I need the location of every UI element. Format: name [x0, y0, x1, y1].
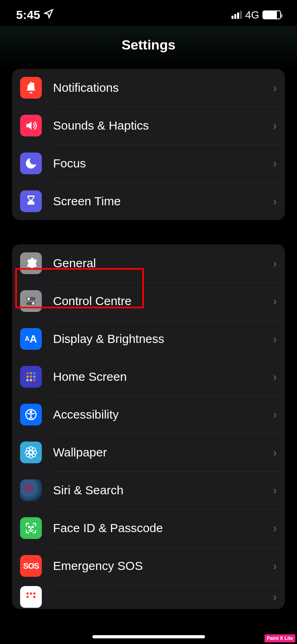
row-homescreen[interactable]: Home Screen › — [12, 358, 285, 396]
svg-point-0 — [32, 83, 35, 85]
page-header: Settings — [0, 26, 297, 69]
row-label: Siri & Search — [53, 483, 273, 497]
row-label: Screen Time — [53, 194, 273, 208]
status-bar: 5:45 4G — [0, 0, 297, 26]
svg-rect-10 — [33, 376, 36, 378]
svg-point-16 — [29, 451, 33, 454]
chevron-right-icon: › — [273, 157, 277, 170]
chevron-right-icon: › — [273, 590, 277, 604]
chevron-right-icon: › — [273, 119, 277, 132]
settings-group-1: Notifications › Sounds & Haptics › Focus… — [12, 69, 285, 220]
home-indicator[interactable] — [92, 635, 205, 638]
row-sos[interactable]: SOS Emergency SOS › — [12, 547, 285, 585]
svg-point-30 — [27, 596, 29, 598]
svg-rect-7 — [33, 372, 36, 375]
chevron-right-icon: › — [273, 408, 277, 421]
row-siri[interactable]: Siri & Search › — [12, 471, 285, 509]
row-label: Sounds & Haptics — [53, 119, 273, 132]
chevron-right-icon: › — [273, 294, 277, 308]
row-sounds[interactable]: Sounds & Haptics › — [12, 107, 285, 144]
hourglass-icon — [20, 190, 42, 212]
sos-icon: SOS — [20, 555, 42, 577]
chevron-right-icon: › — [273, 194, 277, 208]
speaker-icon — [20, 115, 42, 136]
svg-point-15 — [30, 411, 32, 413]
battery-icon — [262, 10, 281, 19]
row-faceid[interactable]: Face ID & Passcode › — [12, 509, 285, 547]
svg-point-31 — [33, 596, 36, 598]
watermark: Paint X Lite — [264, 634, 295, 642]
row-controlcentre[interactable]: Control Centre › — [12, 282, 285, 320]
chevron-right-icon: › — [273, 332, 277, 346]
exposure-icon — [20, 586, 42, 608]
row-display[interactable]: AA Display & Brightness › — [12, 320, 285, 358]
face-icon — [20, 517, 42, 539]
network-type: 4G — [245, 9, 259, 21]
aa-icon: AA — [20, 328, 42, 350]
row-general[interactable]: General › — [12, 244, 285, 282]
svg-point-27 — [27, 592, 29, 595]
row-label: Emergency SOS — [53, 559, 273, 573]
chevron-right-icon: › — [273, 559, 277, 573]
flower-icon — [20, 442, 42, 463]
svg-rect-12 — [30, 379, 32, 382]
row-screentime[interactable]: Screen Time › — [12, 182, 285, 220]
page-title: Settings — [0, 37, 297, 53]
svg-point-4 — [32, 302, 35, 305]
chevron-right-icon: › — [273, 446, 277, 459]
chevron-right-icon: › — [273, 483, 277, 497]
row-label: Control Centre — [53, 294, 273, 308]
chevron-right-icon: › — [273, 521, 277, 535]
location-arrow-icon — [43, 8, 54, 22]
svg-rect-8 — [27, 376, 29, 378]
settings-group-2: General › Control Centre › AA Display & … — [12, 244, 285, 609]
row-accessibility[interactable]: Accessibility › — [12, 396, 285, 433]
row-label: Display & Brightness — [53, 332, 273, 346]
row-label: Accessibility — [53, 408, 273, 421]
chevron-right-icon: › — [273, 256, 277, 270]
apps-icon — [20, 366, 42, 388]
cellular-signal-icon — [231, 11, 242, 19]
row-label: Notifications — [53, 81, 273, 95]
row-label: General — [53, 256, 273, 270]
row-label: Home Screen — [53, 370, 273, 384]
svg-rect-9 — [30, 376, 32, 378]
svg-point-25 — [29, 526, 30, 528]
svg-point-28 — [30, 592, 32, 595]
status-left: 5:45 — [16, 8, 54, 22]
row-label: Focus — [53, 157, 273, 170]
svg-point-2 — [27, 297, 30, 300]
chevron-right-icon: › — [273, 81, 277, 95]
row-label: Face ID & Passcode — [53, 521, 273, 535]
chevron-right-icon: › — [273, 370, 277, 384]
svg-point-26 — [32, 526, 33, 528]
row-focus[interactable]: Focus › — [12, 144, 285, 182]
person-icon — [20, 404, 42, 425]
row-exposure[interactable]: › — [12, 585, 285, 609]
row-wallpaper[interactable]: Wallpaper › — [12, 433, 285, 471]
moon-icon — [20, 153, 42, 174]
svg-rect-11 — [27, 379, 29, 382]
svg-rect-13 — [33, 379, 36, 382]
row-label: Wallpaper — [53, 446, 273, 459]
svg-rect-6 — [30, 372, 32, 375]
svg-rect-5 — [27, 372, 29, 375]
gear-icon — [20, 252, 42, 274]
toggles-icon — [20, 290, 42, 312]
bell-icon — [20, 77, 42, 99]
status-time: 5:45 — [16, 8, 40, 22]
svg-point-29 — [33, 592, 36, 595]
siri-icon — [20, 479, 42, 501]
status-right: 4G — [231, 9, 281, 21]
row-notifications[interactable]: Notifications › — [12, 69, 285, 107]
